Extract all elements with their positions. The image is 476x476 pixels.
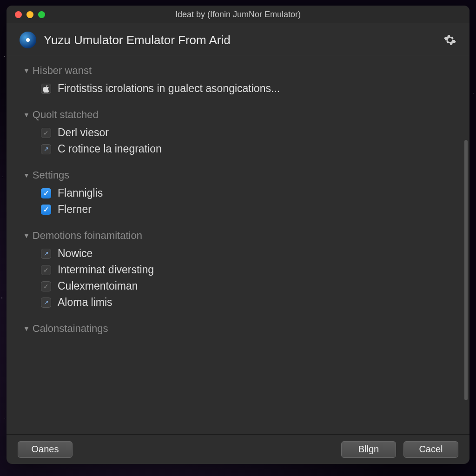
footer-bar: Oanes Bllgn Cacel	[7, 434, 469, 464]
list-item[interactable]: Flerner	[23, 201, 453, 218]
item-label: Aloma limis	[58, 296, 112, 309]
list-item[interactable]: Firotistiss icrolations in gualect asong…	[23, 80, 453, 97]
list-item[interactable]: C rotince la inegration	[23, 141, 453, 157]
option-icon[interactable]	[41, 144, 51, 154]
section-header[interactable]: ▼Settings	[23, 169, 453, 181]
checkbox-checked[interactable]	[41, 205, 51, 215]
window-title: Ideat by (Ifonin JumNor Emulator)	[7, 10, 469, 20]
app-window: Ideat by (Ifonin JumNor Emulator) Yuzu U…	[7, 6, 469, 464]
zoom-button[interactable]	[38, 11, 45, 18]
item-label: Flanniglis	[58, 187, 103, 199]
checkbox[interactable]	[41, 265, 51, 275]
option-icon[interactable]	[41, 298, 51, 308]
close-button[interactable]	[15, 11, 22, 18]
list-item[interactable]: Nowice	[23, 245, 453, 262]
apple-icon[interactable]	[41, 84, 51, 94]
section-header[interactable]: ▼Quolt statched	[23, 109, 453, 121]
page-title: Yuzu Umulator Emulator From Arid	[44, 33, 436, 47]
primary-button[interactable]: Bllgn	[341, 441, 396, 458]
item-label: Interminat diversting	[58, 264, 154, 276]
minimize-button[interactable]	[26, 11, 33, 18]
scrollbar[interactable]	[464, 140, 468, 400]
section-title: Quolt statched	[33, 109, 99, 121]
header-bar: Yuzu Umulator Emulator From Arid	[7, 23, 469, 56]
section-header[interactable]: ▼Demotions foinamitation	[23, 230, 453, 242]
traffic-lights	[15, 11, 45, 18]
checkbox[interactable]	[41, 281, 51, 291]
section: ▼Hisber wanstFirotistiss icrolations in …	[23, 65, 453, 97]
chevron-down-icon: ▼	[23, 232, 30, 239]
cancel-button[interactable]: Cacel	[403, 441, 458, 458]
section-header[interactable]: ▼Hisber wanst	[23, 65, 453, 77]
item-label: Flerner	[58, 203, 92, 216]
list-item[interactable]: Flanniglis	[23, 185, 453, 201]
list-item[interactable]: Derl viesor	[23, 125, 453, 141]
option-icon[interactable]	[41, 249, 51, 259]
section-header[interactable]: ▼Calonstainatings	[23, 323, 453, 335]
item-label: Firotistiss icrolations in gualect asong…	[58, 82, 280, 95]
app-logo-icon	[20, 32, 36, 48]
section-title: Calonstainatings	[33, 323, 108, 335]
content-area: ▼Hisber wanstFirotistiss icrolations in …	[7, 56, 469, 434]
section: ▼Demotions foinamitationNowiceInterminat…	[23, 230, 453, 311]
section: ▼Quolt statchedDerl viesorC rotince la i…	[23, 109, 453, 157]
section-title: Demotions foinamitation	[33, 230, 142, 242]
checkbox[interactable]	[41, 128, 51, 138]
item-label: Culexmentoiman	[58, 280, 138, 292]
gear-icon[interactable]	[443, 33, 456, 46]
list-item[interactable]: Aloma limis	[23, 294, 453, 311]
checkbox-checked[interactable]	[41, 188, 51, 198]
list-item[interactable]: Interminat diversting	[23, 262, 453, 278]
section: ▼SettingsFlanniglisFlerner	[23, 169, 453, 218]
item-label: Nowice	[58, 247, 93, 260]
chevron-down-icon: ▼	[23, 111, 30, 119]
left-button[interactable]: Oanes	[18, 441, 73, 458]
chevron-down-icon: ▼	[23, 172, 30, 179]
section: ▼Calonstainatings	[23, 323, 453, 335]
chevron-down-icon: ▼	[23, 67, 30, 74]
list-item[interactable]: Culexmentoiman	[23, 278, 453, 294]
section-title: Hisber wanst	[33, 65, 92, 77]
titlebar: Ideat by (Ifonin JumNor Emulator)	[7, 6, 469, 23]
section-title: Settings	[33, 169, 70, 181]
item-label: Derl viesor	[58, 126, 109, 139]
item-label: C rotince la inegration	[58, 143, 162, 155]
chevron-down-icon: ▼	[23, 325, 30, 332]
